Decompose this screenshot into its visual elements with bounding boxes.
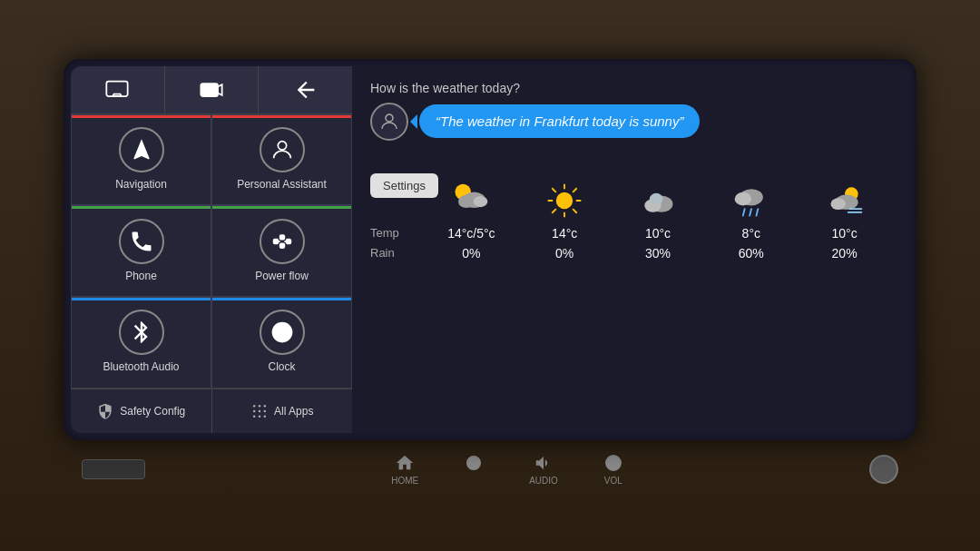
phone-label: Phone	[125, 270, 157, 284]
weather-temp-2: 10°c	[612, 226, 705, 241]
audio-hw-button[interactable]: AUDIO	[529, 453, 558, 486]
weather-rain-row: Rain 0% 0% 30% 60% 20%	[370, 246, 891, 261]
sidebar-top-row	[71, 66, 352, 114]
svg-point-25	[458, 195, 475, 208]
settings-button[interactable]: Settings	[370, 173, 438, 198]
pf-color-bar	[212, 206, 351, 209]
clock-color-bar	[212, 298, 351, 300]
home-hw-label: HOME	[391, 476, 418, 486]
svg-point-13	[253, 404, 256, 407]
sidebar-item-personal-assistant[interactable]: Personal Assistant	[211, 114, 352, 206]
screen-bezel: Navigation Personal Assistant	[64, 59, 916, 440]
voice-query-text: How is the weather today?	[370, 81, 891, 95]
svg-point-40	[734, 192, 750, 205]
svg-point-18	[264, 409, 267, 412]
bluetooth-audio-label: Bluetooth Audio	[103, 360, 179, 375]
weather-temp-1: 14°c	[518, 226, 612, 241]
cd-slot	[82, 459, 145, 479]
pa-color-bar	[212, 115, 351, 118]
svg-rect-8	[279, 243, 284, 248]
hardware-bar: HOME AUDIO VOL	[64, 446, 916, 493]
svg-point-15	[264, 404, 267, 407]
clock-label: Clock	[268, 360, 295, 375]
power-flow-label: Power flow	[255, 270, 309, 284]
weather-icon-col-3	[704, 181, 798, 221]
bt-color-bar	[72, 298, 211, 300]
svg-line-42	[750, 209, 751, 215]
svg-point-38	[650, 192, 663, 204]
svg-line-43	[756, 209, 758, 215]
svg-line-32	[552, 188, 556, 192]
screen-inner: Navigation Personal Assistant	[71, 66, 909, 433]
personal-assistant-label: Personal Assistant	[237, 178, 327, 192]
navigation-icon-wrap	[119, 127, 164, 172]
svg-point-22	[386, 114, 393, 122]
weather-icon-col-4	[798, 181, 891, 221]
weather-rain-0: 0%	[425, 246, 518, 261]
clock-icon-wrap	[260, 310, 305, 355]
svg-point-16	[253, 409, 256, 412]
vol-hw-button[interactable]: VOL	[603, 453, 623, 486]
weather-temp-3: 8°c	[704, 226, 798, 241]
bluetooth-icon-wrap	[119, 310, 164, 355]
svg-point-17	[259, 409, 261, 412]
sidebar-item-navigation[interactable]: Navigation	[71, 114, 211, 206]
svg-point-14	[259, 404, 261, 407]
sidebar-item-clock[interactable]: Clock	[211, 297, 352, 389]
sidebar-item-phone[interactable]: Phone	[71, 205, 211, 297]
camera-button[interactable]	[165, 66, 260, 113]
sidebar-bottom: Safety Config All Apps	[71, 389, 352, 433]
temp-label: Temp	[370, 226, 425, 240]
home-hw-button[interactable]: HOME	[391, 453, 418, 486]
weather-icons-row	[370, 170, 891, 221]
audio-hw-label: AUDIO	[529, 476, 558, 486]
all-apps-button[interactable]: All Apps	[212, 389, 353, 433]
svg-rect-5	[273, 239, 278, 243]
weather-rain-2: 30%	[612, 246, 705, 261]
weather-icon-col-0	[425, 170, 518, 221]
weather-temp-row: Temp 14°c/5°c 14°c 10°c 8°c 10°c	[370, 226, 891, 241]
svg-line-34	[573, 188, 577, 192]
svg-rect-7	[279, 235, 284, 240]
assistant-avatar	[370, 103, 408, 141]
voice-bubble-row: “The weather in Frankfurt today is sunny…	[370, 103, 891, 141]
car-frame: Navigation Personal Assistant	[0, 0, 980, 551]
svg-point-20	[259, 415, 261, 418]
weather-rain-3: 60%	[704, 246, 798, 261]
sidebar-item-bluetooth-audio[interactable]: Bluetooth Audio	[71, 297, 211, 389]
weather-rain-4: 20%	[798, 246, 891, 261]
safety-config-label: Safety Config	[120, 405, 185, 418]
sidebar-item-power-flow[interactable]: Power flow	[211, 205, 352, 297]
svg-point-19	[253, 415, 256, 418]
svg-point-50	[472, 461, 475, 465]
svg-point-4	[278, 142, 286, 150]
svg-point-2	[206, 86, 212, 93]
safety-config-button[interactable]: Safety Config	[71, 389, 212, 433]
voice-response-text: “The weather in Frankfurt today is sunny…	[436, 113, 683, 129]
svg-marker-3	[218, 84, 222, 95]
svg-point-27	[556, 192, 573, 208]
screen-switch-button[interactable]	[71, 66, 165, 113]
phone-color-bar	[72, 206, 211, 209]
weather-rain-1: 0%	[518, 246, 612, 261]
power-flow-icon-wrap	[260, 219, 305, 264]
weather-section: Temp 14°c/5°c 14°c 10°c 8°c 10°c Rain 0%…	[370, 170, 891, 261]
weather-icon-col-2	[612, 181, 705, 221]
vol-hw-label: VOL	[604, 476, 622, 486]
sidebar: Navigation Personal Assistant	[71, 66, 352, 433]
svg-point-21	[264, 415, 267, 418]
phone-icon-wrap	[119, 219, 164, 264]
svg-line-33	[573, 209, 577, 213]
back-button[interactable]	[259, 66, 352, 113]
volume-knob[interactable]	[869, 455, 898, 484]
sidebar-grid: Navigation Personal Assistant	[71, 114, 352, 389]
all-apps-label: All Apps	[274, 405, 313, 418]
svg-point-46	[830, 198, 846, 210]
svg-line-35	[552, 209, 556, 213]
hardware-buttons: HOME AUDIO VOL	[391, 453, 623, 486]
weather-temp-0: 14°c/5°c	[425, 226, 518, 241]
personal-assistant-icon-wrap	[260, 127, 305, 172]
media-hw-button[interactable]	[464, 453, 484, 486]
navigation-label: Navigation	[115, 178, 167, 192]
svg-point-26	[474, 195, 488, 206]
